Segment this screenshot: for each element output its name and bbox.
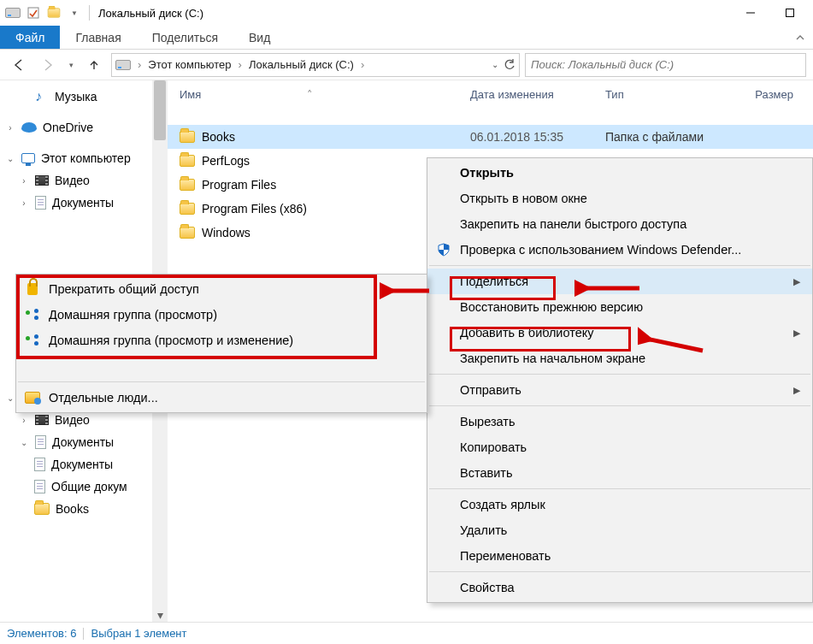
menu-separator [429, 265, 810, 266]
address-actions: ⌄ [492, 59, 515, 71]
sidebar-label: Books [56, 502, 89, 516]
window-title: Локальный диск (C:) [98, 7, 203, 20]
scroll-thumb[interactable] [154, 80, 166, 140]
menu-label: Домашняя группа (просмотр) [49, 308, 217, 322]
folder-icon [34, 503, 50, 515]
people-icon [25, 390, 40, 405]
sidebar-item-lib-shared[interactable]: Общие докум [0, 476, 152, 498]
document-icon [34, 480, 45, 493]
menu-add-to-library[interactable]: Добавить в библиотеку▶ [427, 320, 812, 346]
chevron-right-icon[interactable]: › [239, 58, 242, 71]
menu-cut[interactable]: Вырезать [427, 409, 812, 434]
file-row[interactable]: Books 06.01.2018 15:35 Папка с файлами [168, 125, 813, 149]
chevron-right-icon[interactable]: › [138, 58, 141, 71]
separator [89, 5, 90, 21]
sidebar-item-lib-docs-sub[interactable]: Документы [0, 453, 152, 476]
annotation-arrow [380, 281, 431, 301]
column-type[interactable]: Тип [605, 88, 742, 101]
recent-dropdown-icon[interactable]: ▾ [65, 53, 77, 77]
sidebar-item-onedrive[interactable]: ›OneDrive [0, 116, 152, 139]
menu-paste[interactable]: Вставить [427, 460, 812, 486]
menu-label: Поделиться [460, 275, 528, 288]
sidebar-item-lib-books[interactable]: Books [0, 498, 152, 520]
separator [83, 628, 84, 640]
address-bar[interactable]: › Этот компьютер › Локальный диск (C:) ›… [111, 53, 520, 77]
file-name: Books [202, 130, 235, 144]
folder-icon [180, 179, 195, 191]
menu-label: Проверка с использованием Windows Defend… [460, 243, 741, 257]
back-button[interactable] [7, 53, 31, 77]
share-submenu: Прекратить общий доступ Домашняя группа … [15, 274, 427, 413]
column-headers: Имя˄ Дата изменения Тип Размер [168, 80, 813, 108]
svg-line-5 [646, 339, 703, 351]
share-icon [25, 307, 40, 322]
sidebar-item-video[interactable]: ›Видео [0, 169, 152, 192]
column-size[interactable]: Размер [742, 88, 793, 101]
app-icon[interactable] [3, 3, 22, 22]
sidebar-item-music[interactable]: ♪Музыка [0, 86, 152, 108]
chevron-right-icon[interactable]: › [361, 58, 364, 71]
menu-send-to[interactable]: Отправить▶ [427, 377, 812, 403]
tab-home[interactable]: Главная [60, 26, 136, 49]
file-name: Program Files (x86) [202, 202, 307, 216]
search-box[interactable] [525, 53, 806, 77]
menu-pin-quick-access[interactable]: Закрепить на панели быстрого доступа [427, 211, 812, 237]
drive-icon [115, 60, 131, 70]
refresh-icon[interactable] [504, 59, 515, 71]
menu-defender-scan[interactable]: Проверка с использованием Windows Defend… [427, 237, 812, 263]
qat-properties-icon[interactable] [24, 3, 43, 22]
tab-view[interactable]: Вид [233, 26, 286, 49]
submenu-homegroup-edit[interactable]: Домашняя группа (просмотр и изменение) [16, 328, 427, 353]
menu-properties[interactable]: Свойства [427, 575, 812, 600]
menu-label: Домашняя группа (просмотр и изменение) [49, 334, 293, 347]
navigation-bar: ▾ › Этот компьютер › Локальный диск (C:)… [0, 50, 813, 80]
quick-access-toolbar: ▼ [3, 3, 84, 22]
status-bar: Элементов: 6 Выбран 1 элемент [0, 622, 813, 644]
folder-icon [180, 155, 195, 167]
sidebar-label: Общие докум [51, 480, 127, 493]
menu-label: Добавить в библиотеку [460, 326, 594, 340]
lock-icon [25, 281, 40, 297]
up-button[interactable] [82, 53, 106, 77]
menu-label: Отдельные люди... [49, 391, 158, 405]
menu-rename[interactable]: Переименовать [427, 543, 812, 569]
folder-icon [180, 131, 195, 143]
file-tab[interactable]: Файл [0, 26, 60, 49]
maximize-button[interactable] [770, 0, 810, 26]
file-type: Папка с файлами [605, 130, 742, 144]
menu-pin-start[interactable]: Закрепить на начальном экране [427, 346, 812, 371]
submenu-homegroup-view[interactable]: Домашняя группа (просмотр) [16, 302, 427, 328]
sidebar-item-documents[interactable]: ›Документы [0, 192, 152, 214]
column-name[interactable]: Имя˄ [180, 88, 470, 101]
sidebar-item-this-pc[interactable]: ⌄Этот компьютер [0, 147, 152, 169]
scroll-down-icon[interactable]: ▾ [152, 608, 168, 622]
sort-asc-icon: ˄ [307, 88, 313, 101]
forward-button[interactable] [36, 53, 60, 77]
title-bar: ▼ Локальный диск (C:) [0, 0, 813, 26]
qat-dropdown-icon[interactable]: ▼ [65, 3, 84, 22]
menu-create-shortcut[interactable]: Создать ярлык [427, 492, 812, 517]
breadcrumb-drive-c[interactable]: Локальный диск (C:) [249, 58, 354, 71]
sidebar-label: Видео [55, 413, 90, 427]
address-dropdown-icon[interactable]: ⌄ [492, 60, 498, 69]
menu-delete[interactable]: Удалить [427, 517, 812, 543]
qat-new-folder-icon[interactable] [44, 3, 63, 22]
column-date[interactable]: Дата изменения [470, 88, 605, 101]
menu-open[interactable]: Открыть [427, 160, 812, 186]
ribbon-tabs: Файл Главная Поделиться Вид [0, 26, 813, 50]
minimize-button[interactable] [731, 0, 770, 26]
search-input[interactable] [531, 58, 800, 71]
sidebar-item-lib-documents[interactable]: ⌄Документы [0, 431, 152, 453]
submenu-specific-people[interactable]: Отдельные люди... [16, 385, 427, 411]
menu-open-new-window[interactable]: Открыть в новом окне [427, 186, 812, 211]
ribbon-expand-icon[interactable] [787, 26, 813, 49]
file-name: PerfLogs [202, 154, 250, 168]
submenu-stop-sharing[interactable]: Прекратить общий доступ [16, 276, 427, 302]
annotation-arrow [574, 276, 641, 300]
monitor-icon [21, 153, 35, 163]
svg-rect-2 [786, 9, 794, 17]
breadcrumb-this-pc[interactable]: Этот компьютер [148, 58, 231, 71]
tab-share[interactable]: Поделиться [137, 26, 233, 49]
menu-copy[interactable]: Копировать [427, 434, 812, 460]
onedrive-icon [21, 122, 37, 133]
